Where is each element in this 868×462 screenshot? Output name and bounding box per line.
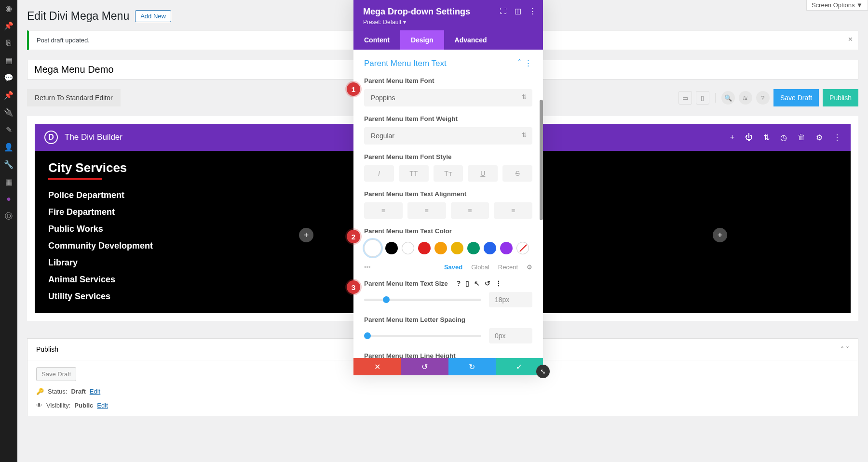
- annotation-marker-1: 1: [347, 82, 360, 96]
- color-swatch[interactable]: [500, 242, 513, 254]
- more-colors-icon[interactable]: •••: [364, 264, 371, 271]
- section-toggles[interactable]: ˄ ⋮: [517, 58, 532, 68]
- metabox-toggles[interactable]: ˄ ˅: [841, 345, 849, 353]
- weight-select[interactable]: Regular: [364, 127, 532, 145]
- users-icon[interactable]: 👤: [4, 143, 13, 151]
- resize-handle-icon[interactable]: ⤡: [536, 365, 550, 378]
- tab-design[interactable]: Design: [400, 30, 444, 50]
- panel-preset[interactable]: Preset: Default ▾: [363, 19, 533, 26]
- mobile-view-icon[interactable]: ▯: [696, 91, 709, 105]
- panel-body: Parent Menu Item Text ˄ ⋮ Parent Menu It…: [353, 50, 543, 358]
- divi-icon[interactable]: ●: [4, 195, 13, 203]
- strikethrough-button[interactable]: S: [502, 165, 532, 182]
- history-icon[interactable]: ◷: [780, 133, 787, 142]
- smallcaps-button[interactable]: Tᴛ: [434, 165, 463, 182]
- tab-advanced[interactable]: Advanced: [444, 30, 498, 50]
- dashboard-icon[interactable]: ◉: [4, 4, 13, 13]
- status-value: Draft: [71, 388, 85, 395]
- edit-status-link[interactable]: Edit: [90, 388, 100, 395]
- italic-button[interactable]: I: [364, 165, 394, 182]
- screen-options-toggle[interactable]: Screen Options ▼: [806, 0, 868, 11]
- desktop-view-icon[interactable]: ▭: [678, 91, 692, 105]
- page-title: Edit Divi Mega Menu: [27, 10, 129, 23]
- visibility-label: Visibility:: [46, 402, 70, 409]
- color-swatch[interactable]: [434, 242, 447, 254]
- text-size-slider[interactable]: [364, 299, 481, 301]
- add-icon[interactable]: +: [730, 133, 734, 142]
- publish-button[interactable]: Publish: [823, 89, 858, 106]
- media-icon[interactable]: ⎘: [4, 39, 13, 47]
- scrollbar[interactable]: [540, 100, 543, 220]
- help-icon[interactable]: ?: [457, 279, 461, 287]
- color-swatch-selected[interactable]: [364, 239, 381, 257]
- add-module-button[interactable]: +: [713, 228, 727, 242]
- color-swatch[interactable]: [467, 242, 480, 254]
- expand-icon[interactable]: ⛶: [500, 7, 507, 15]
- letter-spacing-slider[interactable]: [364, 335, 481, 337]
- status-label: Status:: [48, 388, 67, 395]
- save-draft-button[interactable]: Save Draft: [773, 89, 819, 106]
- responsive-icon[interactable]: ▯: [465, 279, 469, 287]
- color-tab-recent[interactable]: Recent: [498, 264, 518, 271]
- return-standard-editor-button[interactable]: Return To Standard Editor: [27, 89, 121, 106]
- color-swatch[interactable]: [418, 242, 431, 254]
- d-icon[interactable]: Ⓓ: [4, 212, 13, 221]
- search-icon[interactable]: 🔍: [721, 91, 735, 105]
- edit-visibility-link[interactable]: Edit: [97, 402, 108, 409]
- gear-icon[interactable]: ⚙: [816, 133, 823, 142]
- color-swatch[interactable]: [402, 242, 414, 254]
- color-tab-saved[interactable]: Saved: [444, 264, 462, 271]
- tab-content[interactable]: Content: [353, 30, 400, 50]
- align-label: Parent Menu Item Text Alignment: [364, 190, 532, 198]
- reset-icon[interactable]: ↺: [485, 279, 490, 287]
- settings-icon[interactable]: ▦: [4, 177, 13, 186]
- help-icon[interactable]: ?: [756, 91, 770, 105]
- color-swatch[interactable]: [385, 242, 398, 254]
- more-icon[interactable]: ⋮: [833, 133, 841, 142]
- tools-icon[interactable]: 🔧: [4, 160, 13, 169]
- panel-more-icon[interactable]: ⋮: [529, 7, 536, 15]
- pin-icon[interactable]: 📌: [4, 21, 13, 30]
- color-swatches: [364, 239, 532, 257]
- align-right-button[interactable]: ≡: [451, 202, 489, 219]
- pin2-icon[interactable]: 📌: [4, 91, 13, 99]
- color-swatch[interactable]: [451, 242, 463, 254]
- underline-button[interactable]: U: [468, 165, 498, 182]
- align-center-button[interactable]: ≡: [407, 202, 446, 219]
- eye-icon: 👁: [36, 402, 42, 409]
- align-left-button[interactable]: ≡: [364, 202, 403, 219]
- notice-dismiss-icon[interactable]: ✕: [848, 36, 853, 43]
- color-swatch[interactable]: [484, 242, 496, 254]
- hover-icon[interactable]: ↖: [474, 279, 480, 287]
- layers-icon[interactable]: ≋: [739, 91, 752, 105]
- undo-button[interactable]: ↺: [401, 358, 448, 375]
- add-new-button[interactable]: Add New: [135, 10, 171, 22]
- color-gear-icon[interactable]: ⚙: [527, 264, 532, 271]
- appearance-icon[interactable]: ✎: [4, 125, 13, 134]
- comments-icon[interactable]: 💬: [4, 73, 13, 82]
- metabox-save-draft-button[interactable]: Save Draft: [36, 367, 76, 381]
- plugins-icon[interactable]: 🔌: [4, 108, 13, 117]
- sort-icon[interactable]: ⇅: [763, 133, 770, 142]
- section-title[interactable]: Parent Menu Item Text: [364, 59, 447, 68]
- add-module-button[interactable]: +: [299, 228, 313, 242]
- notice-text: Post draft updated.: [37, 37, 90, 44]
- color-swatch-none[interactable]: [516, 242, 529, 254]
- color-label: Parent Menu Item Text Color: [364, 227, 532, 235]
- annotation-marker-2: 2: [347, 230, 360, 243]
- pages-icon[interactable]: ▤: [4, 56, 13, 65]
- color-tab-global[interactable]: Global: [471, 264, 489, 271]
- uppercase-button[interactable]: TT: [399, 165, 429, 182]
- redo-button[interactable]: ↻: [448, 358, 496, 375]
- cancel-button[interactable]: ✕: [353, 358, 401, 375]
- text-size-value[interactable]: 18px: [489, 292, 532, 307]
- align-justify-button[interactable]: ≡: [494, 202, 532, 219]
- letter-spacing-value[interactable]: 0px: [489, 328, 532, 343]
- snap-icon[interactable]: ◫: [515, 7, 521, 15]
- font-select[interactable]: Poppins: [364, 89, 532, 106]
- trash-icon[interactable]: 🗑: [798, 133, 805, 142]
- divi-header-title: The Divi Builder: [65, 132, 122, 142]
- power-icon[interactable]: ⏻: [745, 133, 753, 142]
- annotation-marker-3: 3: [347, 280, 360, 294]
- options-icon[interactable]: ⋮: [495, 279, 502, 287]
